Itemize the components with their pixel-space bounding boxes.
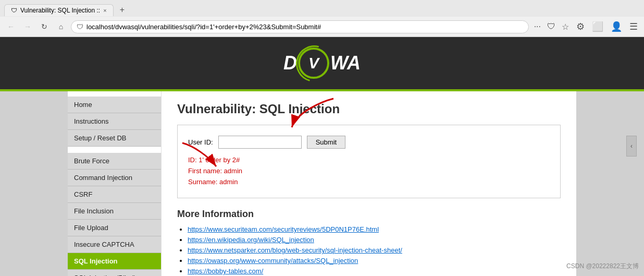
home-button[interactable]: ⌂ — [54, 20, 68, 33]
sidebar-item-instructions[interactable]: Instructions — [68, 113, 161, 130]
security-icon: 🛡 — [77, 23, 83, 31]
forward-button[interactable]: → — [21, 20, 34, 33]
form-box: User ID: Submit ID: 1' order by 2# First… — [177, 125, 561, 198]
logo-dv: D — [283, 52, 297, 74]
sidebar-item-csrf[interactable]: CSRF — [68, 186, 161, 203]
new-tab-button[interactable]: + — [116, 3, 129, 17]
submit-button[interactable]: Submit — [307, 136, 345, 149]
main-content: Vulnerability: SQL Injection — [162, 91, 576, 276]
tab-collections-icon[interactable]: ⬜ — [590, 21, 605, 32]
more-info-title: More Information — [177, 209, 561, 220]
active-tab[interactable]: 🛡 Vulnerability: SQL Injection :: × — [4, 4, 114, 16]
pocket-icon[interactable]: 🛡 — [545, 21, 558, 33]
dvwa-logo: D V WA — [283, 47, 361, 79]
more-info-section: More Information https://www.securiteam.… — [177, 209, 561, 275]
page-title: Vulnerability: SQL Injection — [177, 102, 561, 116]
chevron-left-icon: ‹ — [630, 142, 633, 150]
back-button[interactable]: ← — [4, 20, 18, 33]
browser-toolbar: ← → ↻ ⌂ 🛡 ··· 🛡 ☆ ⚙ ⬜ 👤 ☰ — [0, 17, 644, 37]
refresh-button[interactable]: ↻ — [38, 20, 51, 33]
logo-swoosh — [289, 39, 339, 89]
sidebar-item-insecure-captcha[interactable]: Insecure CAPTCHA — [68, 236, 161, 253]
list-item: https://owasp.org/www-community/attacks/… — [188, 256, 561, 265]
extensions-icon[interactable]: ⚙ — [574, 21, 587, 32]
form-section: User ID: Submit ID: 1' order by 2# First… — [177, 125, 561, 198]
address-bar-container: 🛡 — [71, 20, 529, 33]
dvwa-header: D V WA — [0, 37, 644, 91]
page-wrapper: D V WA Home Instructions Setup / Reset D… — [0, 37, 644, 276]
sidebar-item-sql-injection-blind[interactable]: SQL Injection (Blind) — [68, 270, 161, 276]
sidebar: Home Instructions Setup / Reset DB Brute… — [68, 91, 162, 276]
address-input[interactable] — [86, 23, 523, 31]
list-item: https://bobby-tables.com/ — [188, 267, 561, 275]
more-info-link-5[interactable]: https://bobby-tables.com/ — [188, 267, 263, 275]
sidebar-item-home[interactable]: Home — [68, 97, 161, 113]
result-output: ID: 1' order by 2# First name: admin Sur… — [188, 155, 550, 187]
sidebar-item-brute-force[interactable]: Brute Force — [68, 153, 161, 170]
browser-chrome: 🛡 Vulnerability: SQL Injection :: × + ← … — [0, 0, 644, 37]
list-item: https://www.netsparker.com/blog/web-secu… — [188, 246, 561, 254]
more-info-link-3[interactable]: https://www.netsparker.com/blog/web-secu… — [188, 246, 402, 254]
tab-title: Vulnerability: SQL Injection :: — [20, 7, 100, 14]
tab-bar: 🛡 Vulnerability: SQL Injection :: × + — [0, 0, 644, 17]
more-info-link-2[interactable]: https://en.wikipedia.org/wiki/SQL_inject… — [188, 236, 314, 244]
sidebar-item-setup[interactable]: Setup / Reset DB — [68, 130, 161, 147]
more-options-button[interactable]: ··· — [532, 21, 543, 33]
more-info-list: https://www.securiteam.com/securityrevie… — [177, 225, 561, 275]
user-id-input[interactable] — [218, 136, 302, 149]
sidebar-item-file-inclusion[interactable]: File Inclusion — [68, 203, 161, 220]
collapse-panel-button[interactable]: ‹ — [626, 136, 637, 157]
tab-close-button[interactable]: × — [103, 7, 106, 14]
logo-wa: WA — [330, 52, 361, 74]
menu-icon[interactable]: ☰ — [627, 21, 640, 32]
result-line-1: ID: 1' order by 2# — [188, 155, 550, 166]
user-id-label: User ID: — [188, 138, 213, 146]
more-info-link-1[interactable]: https://www.securiteam.com/securityrevie… — [188, 225, 379, 233]
form-row: User ID: Submit — [188, 136, 550, 149]
sidebar-item-file-upload[interactable]: File Upload — [68, 220, 161, 236]
result-line-2: First name: admin — [188, 166, 550, 177]
sidebar-item-command-injection[interactable]: Command Injection — [68, 170, 161, 186]
more-info-link-4[interactable]: https://owasp.org/www-community/attacks/… — [188, 257, 358, 265]
list-item: https://www.securiteam.com/securityrevie… — [188, 225, 561, 233]
tab-favicon: 🛡 — [11, 7, 17, 14]
logo-circle: V — [298, 47, 329, 79]
result-line-3: Surname: admin — [188, 177, 550, 188]
sidebar-item-sql-injection[interactable]: SQL Injection — [68, 253, 161, 270]
bookmark-icon[interactable]: ☆ — [560, 21, 571, 33]
sidebar-divider — [68, 147, 161, 153]
content-area: Home Instructions Setup / Reset DB Brute… — [68, 91, 576, 276]
profile-icon[interactable]: 👤 — [609, 21, 624, 32]
toolbar-actions: ··· 🛡 ☆ — [532, 21, 571, 33]
csdn-watermark: CSDN @20222822王文博 — [566, 262, 639, 271]
list-item: https://en.wikipedia.org/wiki/SQL_inject… — [188, 235, 561, 244]
